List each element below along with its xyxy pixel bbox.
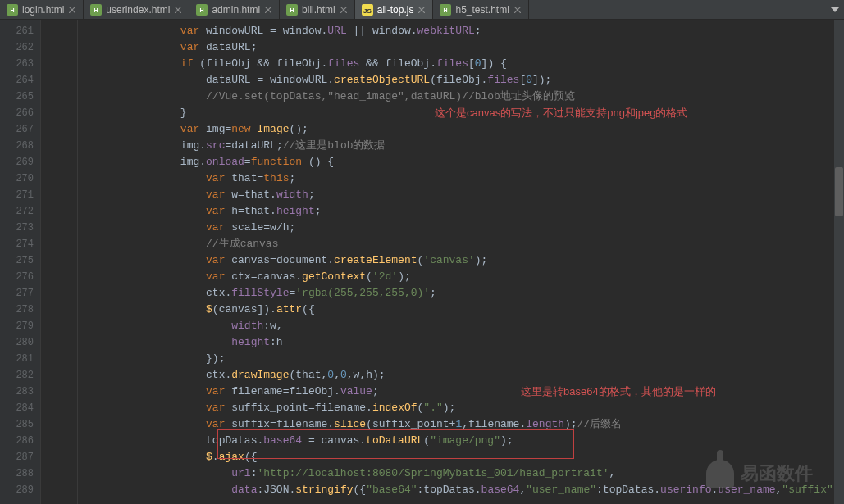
annotation-base64-note: 这里是转base64的格式，其他的是一样的 [521, 384, 716, 400]
code-line[interactable]: var that=this; [78, 170, 844, 187]
tab-admin-html[interactable]: Hadmin.html [189, 0, 280, 19]
code-line[interactable]: dataURL = windowURL.createObjectURL(file… [78, 72, 844, 89]
svg-text:H: H [444, 7, 448, 13]
line-number: 277 [0, 285, 34, 302]
code-line[interactable]: if (fileObj && fileObj.files && fileObj.… [78, 56, 844, 72]
close-icon[interactable] [513, 6, 522, 14]
js-file-icon: JS [362, 4, 373, 16]
close-icon[interactable] [174, 6, 182, 14]
line-number: 279 [0, 318, 34, 334]
tab-label: bill.html [302, 4, 335, 16]
tab-h5_test-html[interactable]: Hh5_test.html [433, 0, 528, 19]
tab-all-top-js[interactable]: JSall-top.js [355, 0, 434, 19]
line-number: 276 [0, 269, 34, 285]
line-number: 271 [0, 187, 34, 203]
html-file-icon: H [286, 4, 298, 16]
code-line[interactable]: ctx.fillStyle='rgba(255,255,255,0)'; [78, 285, 844, 302]
code-line[interactable]: var img=new Image(); [78, 121, 844, 138]
svg-marker-24 [831, 7, 839, 12]
line-number: 270 [0, 170, 34, 187]
line-number: 289 [0, 482, 34, 498]
html-file-icon: H [440, 4, 451, 16]
code-line[interactable]: ctx.drawImage(that,0,0,w,h); [78, 367, 844, 384]
line-number: 278 [0, 302, 34, 318]
html-file-icon: H [90, 4, 102, 16]
line-number: 269 [0, 154, 34, 170]
close-icon[interactable] [417, 6, 426, 14]
close-icon[interactable] [264, 6, 272, 14]
line-number: 285 [0, 416, 34, 433]
line-number: 263 [0, 56, 34, 72]
tab-bill-html[interactable]: Hbill.html [280, 0, 355, 19]
code-line[interactable]: //Vue.set(topDatas,"head_image",dataURL)… [78, 89, 844, 105]
tab-label: userindex.html [106, 4, 170, 16]
line-number: 266 [0, 105, 34, 121]
tab-label: admin.html [212, 4, 260, 16]
svg-text:JS: JS [363, 7, 372, 15]
code-line[interactable]: var windowURL = window.URL || window.web… [78, 23, 844, 39]
line-number: 275 [0, 252, 34, 269]
html-file-icon: H [196, 4, 208, 16]
code-line[interactable]: var filename=fileObj.value; [78, 384, 844, 400]
line-number: 284 [0, 400, 34, 416]
code-line[interactable]: var h=that.height; [78, 203, 844, 220]
tab-label: all-top.js [377, 4, 414, 16]
code-line[interactable]: //生成canvas [78, 236, 844, 252]
code-line[interactable]: var w=that.width; [78, 187, 844, 203]
tab-login-html[interactable]: Hlogin.html [0, 0, 84, 19]
code-line[interactable]: var suffix_point=filename.indexOf("."); [78, 400, 844, 416]
close-icon[interactable] [68, 6, 76, 14]
line-number: 267 [0, 121, 34, 138]
code-line[interactable]: var canvas=document.createElement('canva… [78, 252, 844, 269]
svg-text:H: H [290, 7, 294, 13]
indent-ruler [41, 20, 78, 504]
vertical-scrollbar[interactable] [834, 20, 844, 504]
editor: 2612622632642652662672682692702712722732… [0, 20, 844, 504]
line-number: 262 [0, 39, 34, 56]
line-number: 274 [0, 236, 34, 252]
tab-label: login.html [22, 4, 64, 16]
annotation-canvas-note: 这个是canvas的写法，不过只能支持png和jpeg的格式 [435, 105, 687, 121]
code-line[interactable]: width:w, [78, 318, 844, 334]
line-number: 265 [0, 89, 34, 105]
code-line[interactable]: var dataURL; [78, 39, 844, 56]
code-line[interactable]: topDatas.base64 = canvas.toDataURL("imag… [78, 433, 844, 449]
code-line[interactable]: var suffix=filename.slice(suffix_point+1… [78, 416, 844, 433]
line-number: 281 [0, 351, 34, 367]
close-icon[interactable] [340, 6, 348, 14]
code-area[interactable]: var windowURL = window.URL || window.web… [78, 20, 844, 504]
svg-text:H: H [200, 7, 204, 13]
line-number: 282 [0, 367, 34, 384]
line-number: 280 [0, 334, 34, 351]
html-file-icon: H [7, 4, 18, 16]
scrollbar-thumb[interactable] [835, 167, 843, 216]
code-line[interactable]: }); [78, 351, 844, 367]
code-line[interactable]: var scale=w/h; [78, 220, 844, 236]
tab-bar: Hlogin.htmlHuserindex.htmlHadmin.htmlHbi… [0, 0, 844, 20]
code-line[interactable]: data:JSON.stringify({"base64":topDatas.b… [78, 482, 844, 498]
line-number: 273 [0, 220, 34, 236]
code-line[interactable]: $.ajax({ [78, 449, 844, 465]
line-number: 272 [0, 203, 34, 220]
tab-label: h5_test.html [455, 4, 509, 16]
line-number: 264 [0, 72, 34, 89]
code-line[interactable]: url:'http://localhost:8080/SpringMybatis… [78, 465, 844, 482]
gutter: 2612622632642652662672682692702712722732… [0, 20, 41, 504]
line-number: 261 [0, 23, 34, 39]
line-number: 288 [0, 465, 34, 482]
line-number: 286 [0, 433, 34, 449]
code-line[interactable]: img.onload=function () { [78, 154, 844, 170]
line-number: 283 [0, 384, 34, 400]
tabs-overflow-icon[interactable] [826, 0, 844, 19]
line-number: 287 [0, 449, 34, 465]
code-line[interactable]: img.src=dataURL;//这里是blob的数据 [78, 138, 844, 154]
code-line[interactable]: $(canvas]).attr({ [78, 302, 844, 318]
line-number: 268 [0, 138, 34, 154]
code-line[interactable]: var ctx=canvas.getContext('2d'); [78, 269, 844, 285]
svg-text:H: H [10, 7, 14, 13]
code-line[interactable]: height:h [78, 334, 844, 351]
svg-text:H: H [94, 7, 98, 13]
tab-userindex-html[interactable]: Huserindex.html [84, 0, 189, 19]
